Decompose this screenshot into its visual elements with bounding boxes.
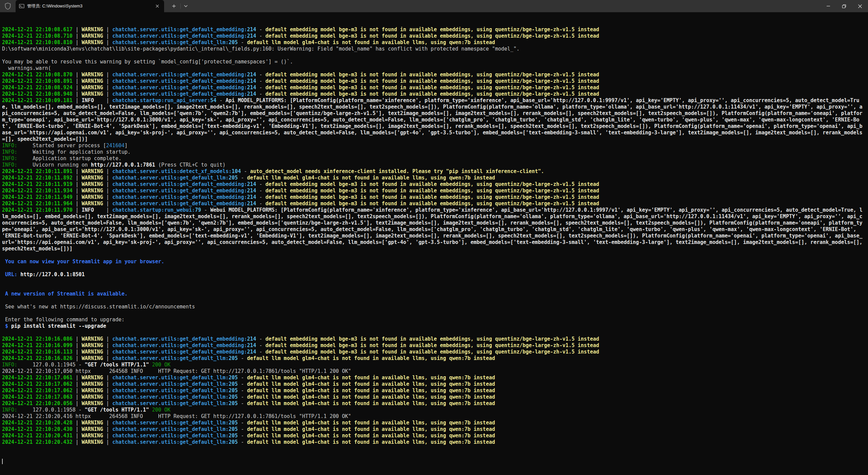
log-line: 2024-12-21 22:10:11.934 | WARNING | chat…: [2, 188, 865, 194]
tab-dropdown-button[interactable]: [181, 0, 191, 12]
log-line: 2024-12-21 22:10:20,416 httpx 264568 INF…: [2, 413, 865, 420]
log-line: 2024-12-21 22:10:20.428 | WARNING | chat…: [2, 420, 865, 426]
log-line: 2024-12-21 22:10:11.892 | WARNING | chat…: [2, 175, 865, 181]
log-line: You can now view your Streamlit app in y…: [2, 259, 865, 265]
log-line: 2024-12-21 22:10:17.062 | WARNING | chat…: [2, 387, 865, 394]
log-line: [2, 278, 865, 284]
log-line: [2, 310, 865, 317]
log-line: [2, 329, 865, 336]
log-line: 2024-12-21 22:10:11.964 | WARNING | chat…: [2, 201, 865, 207]
log-line: 2024-12-21 22:10:08.870 | WARNING | chat…: [2, 72, 865, 78]
log-line: URL: http://127.0.0.1:8501: [2, 271, 865, 278]
log-line: 2024-12-21 22:10:20.431 | WARNING | chat…: [2, 433, 865, 439]
cmd-icon: [19, 3, 24, 9]
log-line: warnings.warn(: [2, 65, 865, 72]
log-line: D:\software\miniconda3\envs\chatchat\lib…: [2, 46, 865, 52]
log-line: 2024-12-21 22:10:17,050 httpx 264568 INF…: [2, 368, 865, 375]
log-line: 2024-12-21 22:10:08.710 | WARNING | chat…: [2, 33, 865, 39]
log-line: 2024-12-21 22:10:08.891 | WARNING | chat…: [2, 78, 865, 84]
tab-title: 管理员: C:\Windows\System3: [27, 3, 151, 9]
title-bar: 管理员: C:\Windows\System3: [0, 0, 868, 12]
log-line: [2, 252, 865, 259]
log-line: $ pip install streamlit --upgrade: [2, 323, 865, 329]
log-line: 2024-12-21 22:10:16.826 | WARNING | chat…: [2, 355, 865, 362]
log-line: INFO: Started server process [241604]: [2, 142, 865, 149]
log-line: 2024-12-21 22:10:11.919 | WARNING | chat…: [2, 181, 865, 188]
log-line: 2024-12-21 22:10:08.810 | WARNING | chat…: [2, 39, 865, 46]
log-line: A new version of Streamlit is available.: [2, 291, 865, 297]
log-line: [2, 52, 865, 59]
restore-button[interactable]: [836, 0, 852, 12]
log-line: INFO: 127.0.0.1:1958 - "GET /tools HTTP/…: [2, 407, 865, 413]
terminal-tab[interactable]: 管理员: C:\Windows\System3: [16, 0, 164, 12]
log-line: 2024-12-21 22:10:17.061 | WARNING | chat…: [2, 375, 865, 381]
tab-close-icon[interactable]: [153, 2, 161, 10]
log-line: 2024-12-21 22:10:09.181 | INFO | chatcha…: [2, 97, 865, 142]
admin-shield-icon: [0, 0, 16, 12]
log-line: Enter the following command to upgrade:: [2, 317, 865, 323]
log-line: See what's new at https://discuss.stream…: [2, 304, 865, 310]
log-line: 2024-12-21 22:10:16.113 | WARNING | chat…: [2, 349, 865, 355]
log-line: 2024-12-21 22:10:11.891 | WARNING | chat…: [2, 168, 865, 175]
terminal-output[interactable]: 2024-12-21 22:10:08.617 | WARNING | chat…: [0, 12, 868, 471]
minimize-button[interactable]: [820, 0, 836, 12]
log-line: [2, 265, 865, 271]
close-button[interactable]: [852, 0, 868, 12]
log-line: 2024-12-21 22:10:11.970 | INFO | chatcha…: [2, 207, 865, 252]
log-line: [2, 284, 865, 291]
log-line: 2024-12-21 22:10:16.086 | WARNING | chat…: [2, 336, 865, 342]
log-line: 2024-12-21 22:10:17.063 | WARNING | chat…: [2, 394, 865, 400]
log-line: You may be able to resolve this warning …: [2, 59, 865, 65]
log-line: INFO: 127.0.0.1:1945 - "GET /tools HTTP/…: [2, 362, 865, 368]
log-line: INFO: Application startup complete.: [2, 155, 865, 162]
log-line: 2024-12-21 22:10:17.062 | WARNING | chat…: [2, 381, 865, 387]
log-line: 2024-12-21 22:10:20.432 | WARNING | chat…: [2, 439, 865, 445]
log-line: INFO: Uvicorn running on http://127.0.0.…: [2, 162, 865, 168]
log-line: 2024-12-21 22:10:16.099 | WARNING | chat…: [2, 342, 865, 349]
title-bar-spacer: [191, 0, 820, 12]
new-tab-button[interactable]: [167, 0, 180, 12]
log-line: 2024-12-21 22:10:20.056 | WARNING | chat…: [2, 400, 865, 407]
terminal-cursor: [2, 459, 3, 464]
log-line: [2, 297, 865, 304]
log-line: 2024-12-21 22:10:20.430 | WARNING | chat…: [2, 426, 865, 433]
log-line: 2024-12-21 22:10:08.617 | WARNING | chat…: [2, 26, 865, 33]
log-line: 2024-12-21 22:10:08.948 | WARNING | chat…: [2, 91, 865, 97]
log-lines: 2024-12-21 22:10:08.617 | WARNING | chat…: [2, 26, 865, 445]
cursor-line: [2, 458, 865, 465]
log-line: 2024-12-21 22:10:08.924 | WARNING | chat…: [2, 84, 865, 91]
log-line: INFO: Waiting for application startup.: [2, 149, 865, 155]
log-line: 2024-12-21 22:10:11.949 | WARNING | chat…: [2, 194, 865, 201]
